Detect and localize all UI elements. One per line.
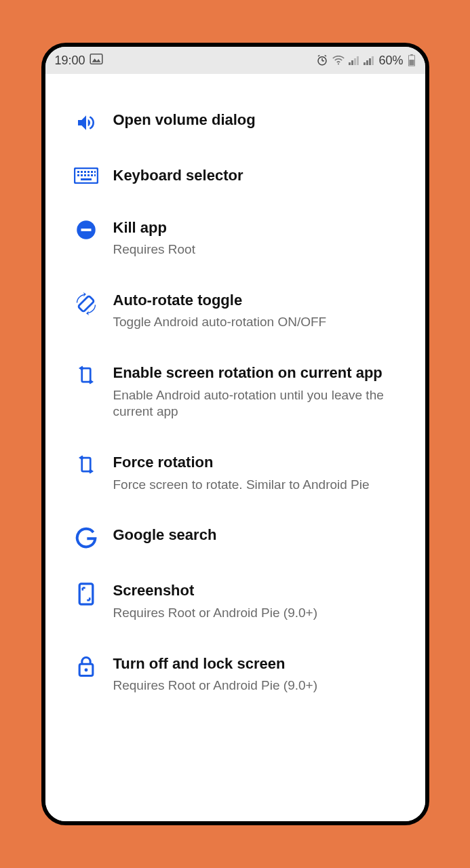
device-frame: 19:00 60% [41,43,429,825]
settings-list: Open volume dialog Keyboard selector [45,74,425,821]
item-title: Auto-rotate toggle [113,291,405,311]
svg-rect-32 [81,178,92,180]
item-title: Screenshot [113,581,405,601]
auto-rotate-icon [66,291,106,315]
svg-marker-1 [92,58,100,62]
svg-rect-29 [87,174,90,176]
screenshot-icon [66,581,106,606]
google-icon [66,526,106,549]
item-keyboard-selector[interactable]: Keyboard selector [59,150,412,202]
svg-rect-14 [369,58,371,65]
item-auto-rotate-toggle[interactable]: Auto-rotate toggle Toggle Android auto-r… [59,275,412,347]
item-force-rotation[interactable]: Force rotation Force screen to rotate. S… [59,437,412,509]
volume-icon [66,111,106,134]
status-left: 19:00 [55,54,103,68]
item-subtitle: Requires Root [113,241,405,258]
svg-line-5 [318,56,319,57]
item-enable-rotation-current-app[interactable]: Enable screen rotation on current app En… [59,347,412,437]
svg-point-40 [84,668,87,671]
svg-rect-26 [77,174,79,176]
status-bar: 19:00 60% [45,47,425,74]
item-title: Google search [113,526,405,545]
image-icon [90,54,103,68]
minus-circle-icon [66,218,106,240]
svg-rect-23 [87,171,90,173]
item-subtitle: Enable Android auto-rotation until you l… [113,387,405,420]
svg-rect-9 [351,60,353,65]
svg-rect-25 [94,171,96,173]
svg-rect-22 [84,171,86,173]
item-google-search[interactable]: Google search [59,509,412,565]
keyboard-icon [66,166,106,184]
item-title: Turn off and lock screen [113,654,405,674]
svg-rect-27 [81,174,83,176]
svg-rect-28 [84,174,86,176]
battery-icon [408,54,416,66]
item-subtitle: Requires Root or Android Pie (9.0+) [113,677,405,694]
svg-point-7 [338,63,339,64]
signal-icon-2 [364,56,374,65]
item-lock-screen[interactable]: Turn off and lock screen Requires Root o… [59,638,412,711]
svg-line-6 [325,56,326,57]
item-subtitle: Toggle Android auto-rotation ON/OFF [113,314,405,331]
status-right: 60% [316,54,415,68]
alarm-icon [316,54,328,66]
svg-rect-0 [90,54,102,63]
svg-rect-8 [349,62,351,65]
item-title: Kill app [113,218,405,238]
svg-rect-36 [81,368,90,382]
signal-icon-1 [349,56,359,65]
item-kill-app[interactable]: Kill app Requires Root [59,202,412,275]
item-title: Enable screen rotation on current app [113,363,405,383]
item-title: Keyboard selector [113,166,405,186]
rotate-device-icon [66,363,106,385]
item-subtitle: Force screen to rotate. Similar to Andro… [113,477,405,494]
status-time: 19:00 [55,54,85,68]
svg-rect-34 [81,229,91,231]
svg-rect-10 [354,58,356,65]
force-rotate-icon [66,453,106,475]
wifi-icon [332,56,345,65]
item-title: Open volume dialog [113,111,405,130]
svg-rect-37 [81,458,90,471]
svg-rect-11 [357,56,359,65]
svg-rect-30 [91,174,93,176]
item-subtitle: Requires Root or Android Pie (9.0+) [113,605,405,622]
svg-rect-31 [94,174,96,176]
item-screenshot[interactable]: Screenshot Requires Root or Android Pie … [59,565,412,637]
svg-rect-20 [77,171,79,173]
svg-rect-13 [366,60,368,65]
lock-icon [66,654,106,677]
svg-rect-15 [372,56,374,65]
svg-rect-21 [81,171,83,173]
battery-text: 60% [378,54,403,68]
svg-rect-35 [77,296,94,312]
svg-rect-12 [364,62,366,65]
item-title: Force rotation [113,453,405,473]
item-open-volume-dialog[interactable]: Open volume dialog [59,94,412,150]
svg-rect-38 [79,584,93,604]
svg-rect-24 [91,171,93,173]
svg-rect-18 [409,60,414,65]
